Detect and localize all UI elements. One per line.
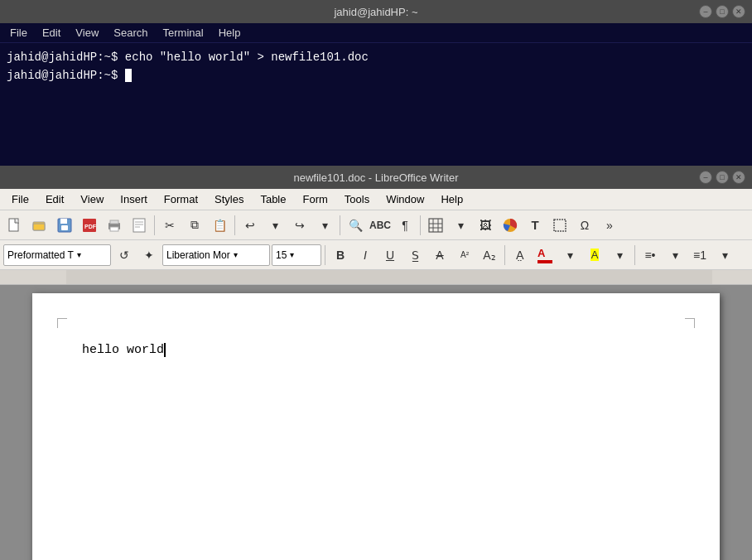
subscript-button[interactable]: A₂: [478, 244, 501, 267]
toolbar-standard: PDF ✂ ⧉ 📋 ↩ ▾ ↪ ▾ 🔍 ABC ¶ ▾ 🖼 T: [0, 210, 752, 240]
font-dropdown-arrow: ▾: [234, 250, 238, 259]
writer-menu-view[interactable]: View: [72, 191, 112, 207]
paragraph-style-dropdown[interactable]: Preformatted T ▾: [3, 244, 111, 266]
writer-menu-table[interactable]: Table: [252, 191, 294, 207]
terminal-cursor: [125, 69, 132, 82]
redo-dropdown-button[interactable]: ▾: [313, 214, 336, 237]
undo-button[interactable]: ↩: [239, 214, 262, 237]
font-size-dropdown[interactable]: 15 ▾: [272, 244, 321, 266]
writer-menu-styles[interactable]: Styles: [206, 191, 252, 207]
document-area[interactable]: hello world: [0, 285, 752, 560]
writer-menu-file[interactable]: File: [3, 191, 37, 207]
writer-menu-window[interactable]: Window: [378, 191, 432, 207]
terminal-menu-search[interactable]: Search: [107, 25, 154, 41]
bullets-dropdown-button[interactable]: ▾: [663, 244, 687, 267]
undo-dropdown-button[interactable]: ▾: [263, 214, 287, 237]
writer-menu-format[interactable]: Format: [156, 191, 206, 207]
chart-button[interactable]: [499, 214, 522, 237]
highlight-dropdown-button[interactable]: ▾: [608, 244, 631, 267]
terminal-line-1: jahid@jahidHP:~$ echo "hello world" > ne…: [7, 48, 745, 66]
doc-page[interactable]: hello world: [32, 293, 720, 560]
terminal-prompt-1: jahid@jahidHP:~$ echo "hello world" > ne…: [7, 51, 369, 64]
svg-rect-15: [429, 219, 442, 232]
writer-close-button[interactable]: ✕: [732, 171, 745, 184]
italic-button[interactable]: I: [354, 244, 377, 267]
find-replace-button[interactable]: 🔍: [344, 214, 367, 237]
strikethrough-button[interactable]: A: [428, 244, 451, 267]
highlight-letter: A: [591, 249, 600, 261]
text-cursor: [164, 343, 166, 357]
highlight-button[interactable]: A: [583, 244, 606, 267]
writer-title: newfile101.doc - LibreOffice Writer: [294, 171, 459, 184]
font-color-bar: [537, 260, 552, 263]
writer-menu-tools[interactable]: Tools: [336, 191, 378, 207]
style-refresh-button[interactable]: ↺: [113, 244, 136, 267]
numbering-button[interactable]: ≡1: [688, 244, 711, 267]
print-button[interactable]: [103, 214, 126, 237]
save-button[interactable]: [53, 214, 76, 237]
font-color-dropdown-button[interactable]: ▾: [558, 244, 581, 267]
open-button[interactable]: [28, 214, 51, 237]
toolbar-separator-1: [154, 215, 155, 235]
writer-menubar: File Edit View Insert Format Styles Tabl…: [0, 189, 752, 210]
paste-button[interactable]: 📋: [208, 214, 231, 237]
svg-rect-0: [9, 219, 18, 231]
table-button[interactable]: [424, 214, 447, 237]
svg-rect-11: [133, 219, 145, 232]
underline-button[interactable]: U: [378, 244, 402, 267]
more-button[interactable]: »: [598, 214, 621, 237]
preview-button[interactable]: [128, 214, 151, 237]
redo-button[interactable]: ↪: [288, 214, 311, 237]
terminal-close-button[interactable]: ✕: [732, 5, 745, 18]
format-separator-2: [504, 245, 505, 265]
writer-menu-edit[interactable]: Edit: [37, 191, 72, 207]
textframe-button[interactable]: T: [523, 214, 547, 237]
bullets-button[interactable]: ≡•: [639, 244, 662, 267]
toolbar-separator-4: [420, 215, 421, 235]
pdf-export-button[interactable]: PDF: [78, 214, 101, 237]
terminal-window: jahid@jahidHP: ~ – □ ✕ File Edit View Se…: [0, 0, 752, 166]
terminal-menu-edit[interactable]: Edit: [36, 25, 67, 41]
writer-menu-form[interactable]: Form: [294, 191, 335, 207]
char-format-button[interactable]: A̤: [509, 244, 532, 267]
writer-menu-help[interactable]: Help: [432, 191, 471, 207]
font-color-button[interactable]: A: [533, 244, 557, 267]
style-value: Preformatted T: [7, 249, 74, 261]
terminal-maximize-button[interactable]: □: [716, 5, 729, 18]
writer-minimize-button[interactable]: –: [699, 171, 712, 184]
terminal-menu-help[interactable]: Help: [212, 25, 248, 41]
terminal-menu-file[interactable]: File: [3, 25, 34, 41]
pilcrow-button[interactable]: ¶: [393, 214, 417, 237]
bold-button[interactable]: B: [329, 244, 352, 267]
image-button[interactable]: 🖼: [474, 214, 497, 237]
format-separator-1: [325, 245, 325, 265]
toolbar-formatting: Preformatted T ▾ ↺ ✦ Liberation Mor ▾ 15…: [0, 240, 752, 270]
toolbar-separator-3: [340, 215, 340, 235]
new-style-button[interactable]: ✦: [137, 244, 161, 267]
copy-button[interactable]: ⧉: [183, 214, 206, 237]
special-chars-button[interactable]: Ω: [573, 214, 596, 237]
writer-titlebar: newfile101.doc - LibreOffice Writer – □ …: [0, 166, 752, 189]
spellcheck-icon: ABC: [369, 220, 391, 231]
table-dropdown-button[interactable]: ▾: [449, 214, 472, 237]
cut-button[interactable]: ✂: [158, 214, 181, 237]
svg-rect-5: [61, 225, 68, 230]
font-name-dropdown[interactable]: Liberation Mor ▾: [162, 244, 270, 266]
new-button[interactable]: [3, 214, 27, 237]
size-value: 15: [276, 249, 287, 261]
numbering-dropdown-button[interactable]: ▾: [713, 244, 736, 267]
doc-content[interactable]: hello world: [82, 343, 670, 357]
writer-menu-insert[interactable]: Insert: [112, 191, 156, 207]
superscript-button[interactable]: A²: [453, 244, 476, 267]
frame-button[interactable]: [548, 214, 571, 237]
terminal-menu-view[interactable]: View: [69, 25, 105, 41]
writer-maximize-button[interactable]: □: [716, 171, 729, 184]
spellcheck-button[interactable]: ABC: [369, 214, 392, 237]
terminal-titlebar: jahid@jahidHP: ~ – □ ✕: [0, 0, 752, 23]
size-dropdown-arrow: ▾: [290, 250, 294, 259]
terminal-menubar: File Edit View Search Terminal Help: [0, 23, 752, 43]
ruler-page-area: [66, 270, 712, 284]
terminal-menu-terminal[interactable]: Terminal: [157, 25, 210, 41]
shadow-button[interactable]: S̲: [403, 244, 427, 267]
terminal-minimize-button[interactable]: –: [699, 5, 712, 18]
